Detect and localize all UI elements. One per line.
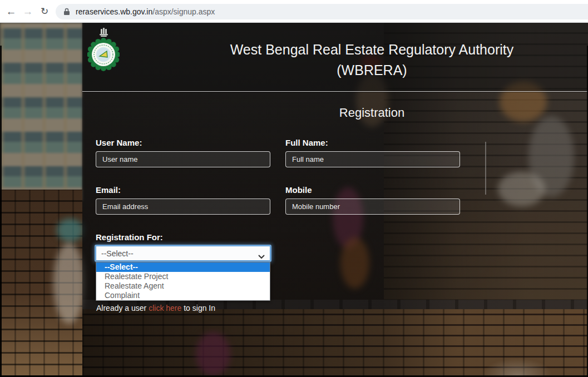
lock-icon xyxy=(63,8,70,16)
forward-button[interactable]: → xyxy=(20,4,36,19)
url-path: /aspx/signup.aspx xyxy=(152,7,215,16)
site-title-line1: West Bengal Real Estate Regulatory Autho… xyxy=(159,39,585,60)
back-button[interactable]: ← xyxy=(3,4,19,19)
window-edge-left xyxy=(0,46,2,377)
username-input[interactable] xyxy=(96,151,270,167)
registration-for-select[interactable]: --Select-- xyxy=(96,246,270,261)
signin-link[interactable]: click here xyxy=(149,304,181,312)
url-text: reraservices.wb.gov.in/aspx/signup.aspx xyxy=(76,7,215,16)
select-dropdown-list: --Select-- Realestate Project Realestate… xyxy=(96,262,270,301)
mobile-label: Mobile xyxy=(285,185,312,195)
option-realestate-project[interactable]: Realestate Project xyxy=(96,272,270,281)
signin-suffix: to sign In xyxy=(181,304,215,312)
site-title: West Bengal Real Estate Regulatory Autho… xyxy=(159,39,585,81)
option-realestate-agent[interactable]: Realestate Agent xyxy=(96,281,270,291)
fullname-input[interactable] xyxy=(285,151,460,167)
page-title: Registration xyxy=(159,106,585,120)
header-divider xyxy=(82,91,588,92)
mobile-input[interactable] xyxy=(285,199,460,215)
site-title-line2: (WBRERA) xyxy=(159,60,585,81)
reload-button[interactable]: ↻ xyxy=(37,4,52,19)
selected-value: --Select-- xyxy=(101,249,134,258)
registration-for-label: Registration For: xyxy=(96,232,163,242)
registration-page: West Bengal Real Estate Regulatory Autho… xyxy=(0,23,588,377)
wbrera-logo xyxy=(87,28,120,75)
page-viewport: West Bengal Real Estate Regulatory Autho… xyxy=(0,23,588,377)
signin-text: Already a user click here to sign In xyxy=(96,304,215,312)
username-label: User Name: xyxy=(96,138,142,147)
option-complaint[interactable]: Complaint xyxy=(96,291,270,300)
url-domain: reraservices.wb.gov.in xyxy=(76,7,152,16)
chevron-down-icon xyxy=(258,251,265,261)
browser-window: ← → ↻ reraservices.wb.gov.in/aspx/signup… xyxy=(0,0,588,377)
address-bar[interactable]: reraservices.wb.gov.in/aspx/signup.aspx xyxy=(56,4,588,19)
email-label: Email: xyxy=(96,185,121,195)
option-select[interactable]: --Select-- xyxy=(96,262,270,272)
signin-prefix: Already a user xyxy=(96,304,149,312)
browser-toolbar: ← → ↻ reraservices.wb.gov.in/aspx/signup… xyxy=(0,0,588,23)
email-input[interactable] xyxy=(96,199,270,215)
fullname-label: Full Name: xyxy=(285,138,328,147)
